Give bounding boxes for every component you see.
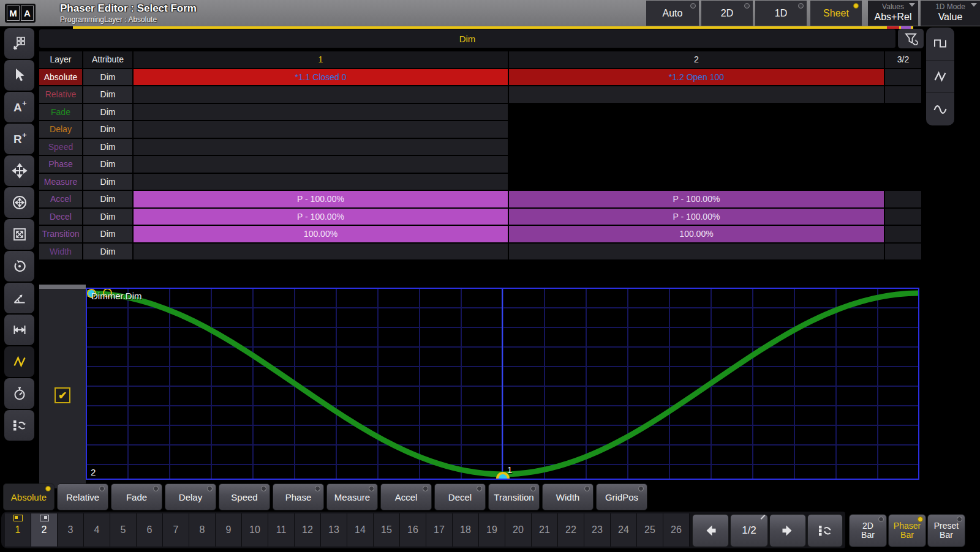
step-cell[interactable]: 12: [295, 513, 321, 546]
step-cell[interactable]: 26: [663, 513, 690, 546]
step3-value-cell[interactable]: [885, 174, 921, 190]
step2-value-cell[interactable]: [509, 244, 884, 260]
step-cell[interactable]: 13: [321, 513, 347, 546]
cycle-steps-button[interactable]: [807, 514, 843, 547]
trace-panel-scrollbar[interactable]: [39, 285, 86, 289]
page-next-button[interactable]: [769, 514, 806, 547]
attribute-cell[interactable]: Dim: [83, 244, 132, 260]
rotate-tool-button[interactable]: [4, 251, 34, 282]
layer-tab[interactable]: Fade: [111, 483, 162, 510]
attribute-cell[interactable]: Dim: [83, 86, 132, 103]
bar-switch-button[interactable]: 2D Bar: [849, 514, 887, 547]
layer-cell[interactable]: Transition: [39, 226, 82, 242]
step3-value-cell[interactable]: [885, 86, 921, 103]
attribute-cell[interactable]: Dim: [83, 139, 132, 155]
step-cell[interactable]: 5: [110, 513, 137, 546]
header-step-3[interactable]: 3/2: [885, 51, 921, 68]
step-cell[interactable]: 15: [374, 513, 400, 546]
page-indicator[interactable]: 1/2: [730, 514, 768, 547]
step-cell[interactable]: 23: [584, 513, 611, 546]
step3-value-cell[interactable]: [885, 244, 921, 260]
values-dropdown[interactable]: Values Abs+Rel: [868, 1, 918, 26]
step-cell[interactable]: 19: [479, 513, 505, 546]
step2-value-cell[interactable]: P - 100.00%: [509, 209, 884, 225]
layer-cell[interactable]: Measure: [39, 174, 82, 190]
layer-tab[interactable]: GridPos: [596, 483, 647, 510]
layer-cell[interactable]: Width: [39, 244, 82, 260]
step1-value-cell[interactable]: [134, 104, 508, 121]
step2-value-cell[interactable]: [509, 156, 884, 173]
view-mode-button[interactable]: 2D: [701, 1, 753, 26]
phaser-form-graph[interactable]: Dimmer.Dim 2 1: [86, 288, 919, 480]
step-cell[interactable]: 18: [453, 513, 479, 546]
layer-cell[interactable]: Delay: [39, 121, 82, 138]
step-cell[interactable]: 8: [189, 513, 216, 546]
layer-cell[interactable]: Phase: [39, 156, 82, 173]
sine-wave-button[interactable]: [926, 93, 954, 125]
layer-cell[interactable]: Accel: [39, 191, 82, 207]
step-cell[interactable]: 16: [400, 513, 426, 546]
layer-tab[interactable]: Speed: [219, 483, 270, 510]
grid-select-tool-button[interactable]: [4, 28, 34, 59]
attribute-cell[interactable]: Dim: [83, 174, 132, 190]
view-mode-button[interactable]: Sheet: [810, 1, 862, 26]
title-bar[interactable]: M A Phaser Editor : Select Form Programm…: [0, 0, 980, 26]
step-cell[interactable]: 25: [637, 513, 663, 546]
attribute-cell[interactable]: Dim: [83, 69, 132, 86]
step3-value-cell[interactable]: [885, 121, 921, 138]
layer-tab[interactable]: Accel: [380, 483, 432, 510]
step2-value-cell[interactable]: P - 100.00%: [509, 191, 884, 207]
step-cell[interactable]: 24: [611, 513, 637, 546]
layer-cell[interactable]: Absolute: [39, 69, 82, 86]
step1-value-cell[interactable]: [134, 174, 508, 190]
layer-cell[interactable]: Fade: [39, 104, 82, 121]
step1-value-cell[interactable]: P - 100.00%: [134, 191, 508, 207]
1d-mode-dropdown[interactable]: 1D Mode Value: [921, 1, 980, 26]
layer-tab[interactable]: Relative: [57, 483, 108, 510]
step1-value-cell[interactable]: [134, 121, 508, 138]
angle-tool-button[interactable]: [4, 283, 34, 313]
step-cell[interactable]: 17: [426, 513, 453, 546]
step1-value-cell[interactable]: P - 100.00%: [134, 209, 508, 225]
step3-value-cell[interactable]: [885, 191, 921, 207]
width-tool-button[interactable]: [4, 315, 34, 345]
layer-tab[interactable]: Absolute: [3, 483, 55, 510]
step3-value-cell[interactable]: [885, 226, 921, 242]
step3-value-cell[interactable]: [885, 139, 921, 155]
step-cell[interactable]: 3: [58, 513, 84, 546]
header-step-2[interactable]: 2: [509, 51, 884, 68]
layer-cell[interactable]: Speed: [39, 139, 82, 155]
bar-switch-button[interactable]: Phaser Bar: [888, 514, 926, 547]
add-relative-tool-button[interactable]: R +: [4, 124, 34, 154]
step1-value-cell[interactable]: [134, 86, 508, 103]
step-cell[interactable]: 9: [216, 513, 242, 546]
step-cell[interactable]: 7: [163, 513, 189, 546]
timing-tool-button[interactable]: [4, 378, 34, 409]
step2-value-cell[interactable]: [509, 86, 884, 103]
pan-circle-tool-button[interactable]: [4, 187, 34, 218]
view-mode-button[interactable]: Auto: [646, 1, 699, 26]
header-attribute[interactable]: Attribute: [83, 51, 132, 68]
step1-value-cell[interactable]: *1.1 Closed 0: [134, 69, 508, 86]
layer-tab[interactable]: Measure: [326, 483, 378, 510]
attribute-cell[interactable]: Dim: [83, 226, 132, 242]
step2-value-cell[interactable]: [509, 139, 884, 155]
step2-value-cell[interactable]: [509, 121, 884, 138]
view-mode-button[interactable]: 1D: [755, 1, 807, 26]
header-layer[interactable]: Layer: [39, 51, 82, 68]
step-cell[interactable]: 14: [347, 513, 374, 546]
header-step-1[interactable]: 1: [134, 51, 508, 68]
layer-tab[interactable]: Decel: [434, 483, 486, 510]
step-cell[interactable]: 21: [532, 513, 558, 546]
layer-tab[interactable]: Width: [542, 483, 594, 510]
step-cell[interactable]: 10: [242, 513, 268, 546]
bar-switch-button[interactable]: Preset Bar: [927, 514, 965, 547]
trace-visibility-checkbox[interactable]: ✔: [55, 387, 70, 403]
encoder-bar-title[interactable]: Dim: [39, 29, 895, 48]
layer-tab[interactable]: Delay: [165, 483, 216, 510]
zigzag-wave-button[interactable]: [926, 61, 954, 94]
step-cell[interactable]: 2: [31, 513, 58, 546]
layer-cell[interactable]: Decel: [39, 209, 82, 225]
filter-button[interactable]: [898, 29, 924, 48]
attribute-cell[interactable]: Dim: [83, 104, 132, 121]
